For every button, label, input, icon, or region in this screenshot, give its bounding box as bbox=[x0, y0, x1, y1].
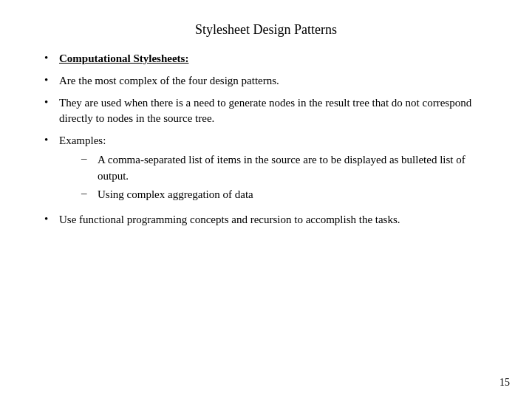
bullet-marker-1: • bbox=[44, 51, 59, 64]
bullet-marker-3: • bbox=[44, 95, 59, 109]
bullet-item-2: • Are the most complex of the four desig… bbox=[44, 73, 495, 89]
sub-item-1: – A comma-separated list of items in the… bbox=[81, 152, 495, 185]
bullet-text-1-bold: Computational Stylesheets: bbox=[59, 52, 188, 64]
bullet-text-1: Computational Stylesheets: bbox=[59, 51, 495, 67]
bullet-marker-5: • bbox=[44, 212, 59, 225]
bullet-item-3: • They are used when there is a need to … bbox=[44, 95, 495, 128]
sub-text-1: A comma-separated list of items in the s… bbox=[98, 152, 495, 185]
sub-text-2: Using complex aggregation of data bbox=[98, 187, 495, 203]
sub-bullet-1: – bbox=[81, 152, 98, 165]
slide-title: Stylesheet Design Patterns bbox=[37, 22, 495, 38]
bullet-marker-4: • bbox=[44, 133, 59, 146]
bullet-text-4: Examples: bbox=[59, 134, 106, 146]
sub-list: – A comma-separated list of items in the… bbox=[81, 152, 495, 203]
bullet-item-5: • Use functional programming concepts an… bbox=[44, 212, 495, 228]
bullet-item-4: • Examples: – A comma-separated list of … bbox=[44, 133, 495, 206]
bullet-item-1: • Computational Stylesheets: bbox=[44, 51, 495, 67]
bullet-text-2: Are the most complex of the four design … bbox=[59, 73, 495, 89]
sub-item-2: – Using complex aggregation of data bbox=[81, 187, 495, 203]
page-number: 15 bbox=[499, 377, 510, 389]
slide: Stylesheet Design Patterns • Computation… bbox=[0, 0, 532, 399]
bullet-text-3: They are used when there is a need to ge… bbox=[59, 95, 495, 128]
content-area: • Computational Stylesheets: • Are the m… bbox=[37, 51, 495, 228]
bullet-marker-2: • bbox=[44, 73, 59, 86]
bullet-text-5: Use functional programming concepts and … bbox=[59, 212, 495, 228]
sub-bullet-2: – bbox=[81, 187, 98, 200]
